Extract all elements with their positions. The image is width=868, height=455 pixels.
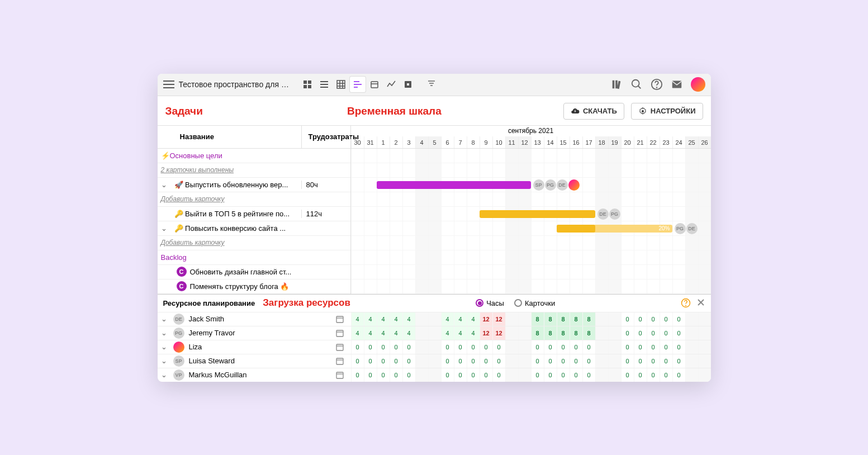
- resource-cell: 0: [480, 340, 492, 354]
- column-headers: Название Трудозатраты: [158, 125, 350, 149]
- resource-person-row[interactable]: ⌄Liza: [158, 340, 351, 354]
- resource-cell: [685, 340, 698, 354]
- gantt-bar[interactable]: 20%: [557, 225, 672, 233]
- timeline-section-label: Временная шкала: [232, 105, 557, 117]
- add-card-link[interactable]: Добавить карточку: [158, 192, 350, 207]
- resource-cell: 0: [390, 354, 402, 368]
- resource-cell: [518, 368, 531, 382]
- resource-person-row[interactable]: ⌄SPLuisa Steward: [158, 354, 351, 368]
- chevron-down-icon[interactable]: ⌄: [161, 315, 169, 323]
- resource-cell: 8: [544, 312, 557, 326]
- settings-button[interactable]: НАСТРОЙКИ: [631, 103, 703, 120]
- resource-help-icon[interactable]: [681, 298, 691, 308]
- expand-icon[interactable]: ⌄: [158, 224, 171, 233]
- expand-icon[interactable]: ⌄: [158, 181, 171, 189]
- task-row[interactable]: 🔑 Выйти в ТОП 5 в рейтинге по...112ч: [158, 207, 350, 221]
- resource-cell: 0: [660, 326, 672, 340]
- resource-person-row[interactable]: ⌄PGJeremy Travor: [158, 326, 351, 340]
- svg-rect-21: [430, 85, 433, 86]
- filter-icon[interactable]: [427, 79, 436, 90]
- day-cell: 26: [698, 136, 711, 148]
- month-label: сентябрь 2021: [351, 125, 711, 136]
- assignee-avatar[interactable]: DE: [557, 179, 568, 191]
- task-row[interactable]: СПоменять структуру блога 🔥: [158, 279, 350, 294]
- assignee-avatar[interactable]: PG: [545, 179, 556, 191]
- resource-cell: 8: [557, 312, 570, 326]
- gantt-bar[interactable]: [480, 210, 595, 218]
- day-cell: 23: [660, 136, 672, 148]
- radio-hours[interactable]: Часы: [476, 299, 504, 307]
- resource-cell: [518, 312, 531, 326]
- view-timeline-icon[interactable]: [350, 77, 366, 92]
- view-switcher: [300, 77, 416, 92]
- view-list-icon[interactable]: [316, 77, 332, 92]
- task-list-panel: Название Трудозатраты ⚡Основные цели2 ка…: [158, 125, 351, 294]
- resource-mode-toggle: Часы Карточки: [476, 299, 555, 307]
- view-calendar-icon[interactable]: [367, 77, 382, 92]
- chevron-down-icon[interactable]: ⌄: [161, 357, 169, 365]
- group-subtext[interactable]: 2 карточки выполнены: [158, 163, 350, 178]
- view-archive-icon[interactable]: [400, 77, 416, 92]
- resource-person-row[interactable]: ⌄VPMarkus McGuillan: [158, 368, 351, 382]
- group-header[interactable]: Backlog: [158, 250, 350, 265]
- assignee-avatar[interactable]: DE: [686, 223, 698, 234]
- resource-cell: [698, 312, 711, 326]
- books-icon[interactable]: [610, 78, 623, 91]
- resource-cell: 0: [480, 368, 492, 382]
- user-avatar[interactable]: [691, 77, 705, 92]
- resource-cell: 0: [480, 354, 492, 368]
- assignee-avatar[interactable]: [568, 179, 580, 191]
- calendar-icon[interactable]: [335, 357, 344, 366]
- resource-cell: 0: [351, 340, 364, 354]
- close-icon[interactable]: [696, 298, 705, 307]
- assignee-avatar[interactable]: DE: [597, 208, 609, 220]
- task-row[interactable]: ⌄🔑 Повысить конверсию сайта ...: [158, 221, 350, 236]
- calendar-icon[interactable]: [335, 343, 344, 352]
- calendar-icon[interactable]: [335, 371, 344, 380]
- resource-cell: [428, 340, 441, 354]
- assignee-avatar[interactable]: PG: [609, 208, 620, 220]
- workspace-name[interactable]: Тестовое пространство для с...: [179, 80, 291, 89]
- resource-cell: 0: [492, 340, 505, 354]
- resource-cell: [595, 340, 608, 354]
- day-cell: 8: [467, 136, 480, 148]
- resource-cell: 0: [544, 340, 557, 354]
- main: Название Трудозатраты ⚡Основные цели2 ка…: [158, 125, 711, 294]
- resource-person-row[interactable]: ⌄DEJack Smith: [158, 312, 351, 326]
- day-cell: 25: [685, 136, 698, 148]
- resource-cell: 4: [402, 312, 415, 326]
- view-board-icon[interactable]: [300, 77, 315, 92]
- help-icon[interactable]: [651, 78, 663, 91]
- chevron-down-icon[interactable]: ⌄: [161, 329, 169, 337]
- menu-icon[interactable]: [163, 80, 174, 88]
- day-cell: 12: [518, 136, 531, 148]
- resource-cell: 4: [454, 312, 467, 326]
- mail-icon[interactable]: [671, 78, 683, 91]
- resource-cell: 4: [377, 326, 390, 340]
- add-card-link[interactable]: Добавить карточку: [158, 236, 350, 250]
- assignee-avatar[interactable]: SP: [533, 179, 544, 191]
- task-row[interactable]: ⌄🚀 Выпустить обновленную вер...80ч: [158, 178, 350, 192]
- effort-value[interactable]: 80ч: [301, 181, 350, 189]
- download-button[interactable]: СКАЧАТЬ: [563, 103, 624, 120]
- view-chart-icon[interactable]: [383, 77, 399, 92]
- gantt-bar[interactable]: [377, 181, 531, 189]
- chevron-down-icon[interactable]: ⌄: [161, 343, 169, 351]
- calendar-icon[interactable]: [335, 329, 344, 338]
- calendar-icon[interactable]: [335, 315, 344, 324]
- resource-cell: 0: [402, 340, 415, 354]
- search-icon[interactable]: [630, 78, 643, 91]
- task-row[interactable]: СОбновить дизайн главной ст...: [158, 265, 350, 279]
- assignee-avatar[interactable]: PG: [675, 223, 686, 234]
- svg-rect-6: [320, 87, 328, 88]
- effort-value[interactable]: 112ч: [301, 210, 350, 218]
- group-header[interactable]: ⚡Основные цели: [158, 149, 350, 163]
- view-table-icon[interactable]: [333, 77, 349, 92]
- radio-cards[interactable]: Карточки: [514, 299, 555, 307]
- resource-cell: 0: [570, 340, 582, 354]
- resource-cell: [505, 368, 518, 382]
- chevron-down-icon[interactable]: ⌄: [161, 371, 169, 379]
- person-avatar: VP: [173, 369, 184, 381]
- day-header-row: 3031123456789101112131415161718192021222…: [351, 136, 711, 149]
- resource-cell: 0: [672, 368, 685, 382]
